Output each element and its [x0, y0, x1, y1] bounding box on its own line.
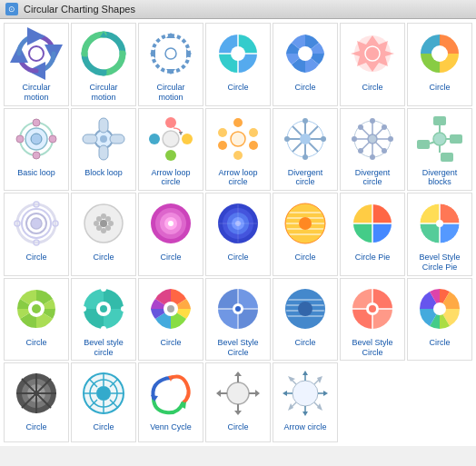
label-circle-6: Circle: [93, 253, 114, 269]
svg-point-37: [163, 131, 179, 147]
svg-point-52: [321, 136, 326, 142]
svg-point-134: [235, 306, 241, 312]
shape-circle-2[interactable]: Circle: [273, 23, 338, 106]
shape-circle-14[interactable]: Circle: [4, 362, 69, 442]
shape-circle-12[interactable]: Circle: [273, 278, 338, 362]
svg-rect-72: [417, 140, 430, 149]
shape-arrow-loop-circle-2[interactable]: Arrow loopcircle: [205, 108, 271, 192]
svg-point-0: [29, 46, 44, 61]
svg-point-36: [149, 134, 160, 144]
svg-point-28: [100, 135, 107, 143]
shape-circle-15[interactable]: Circle: [71, 362, 136, 442]
svg-point-64: [352, 136, 357, 142]
shape-circular-motion-2[interactable]: Circularmotion: [71, 23, 136, 106]
svg-rect-32: [83, 134, 97, 144]
shape-divergent-circle-1[interactable]: Divergentcircle: [273, 108, 338, 192]
label-venn-cycle: Venn Cycle: [150, 422, 192, 439]
shape-circle-6[interactable]: Circle: [71, 193, 136, 276]
shape-arrow-loop-circle-1[interactable]: Arrow loopcircle: [138, 108, 203, 192]
shape-arrow-circle[interactable]: Arrow circle: [273, 362, 338, 442]
svg-point-100: [168, 221, 174, 226]
shape-circle-7[interactable]: Circle: [138, 193, 203, 276]
shape-circle-5[interactable]: Circle: [4, 193, 69, 276]
svg-point-54: [284, 136, 290, 142]
shape-circular-motion-1[interactable]: Circularmotion: [4, 23, 69, 106]
svg-point-35: [165, 150, 176, 161]
svg-marker-183: [323, 391, 328, 396]
label-circle-2: Circle: [294, 83, 315, 99]
svg-marker-193: [288, 403, 293, 411]
label-circle-7: Circle: [160, 253, 181, 269]
title-bar: ⊙ Circular Charting Shapes: [0, 0, 476, 19]
svg-rect-71: [441, 153, 453, 162]
shapes-grid: Circularmotion Circularmotion: [0, 19, 476, 446]
svg-point-39: [249, 128, 258, 137]
svg-point-43: [218, 128, 227, 137]
svg-point-67: [358, 148, 363, 154]
shape-circle-9[interactable]: Circle: [273, 193, 338, 276]
svg-point-34: [182, 134, 193, 144]
shape-bevel-style-circle[interactable]: Bevel stylecircle: [71, 278, 136, 362]
svg-marker-174: [255, 390, 260, 397]
label-circle-14: Circle: [25, 422, 46, 439]
label-arrow-circle: Arrow circle: [283, 422, 326, 439]
shape-circle-pie[interactable]: Circle Pie: [340, 193, 405, 276]
svg-point-41: [233, 151, 243, 160]
svg-rect-70: [450, 134, 462, 144]
shape-circle-8[interactable]: Circle: [205, 193, 271, 276]
label-bevel-style-circle: Bevel stylecircle: [84, 338, 124, 358]
label-bevel-style-circle-3: Bevel StyleCircle: [352, 338, 392, 358]
shape-divergent-blocks[interactable]: Divergentblocks: [407, 108, 472, 192]
label-circular-motion-2: Circularmotion: [89, 83, 117, 103]
shape-bevel-style-circle-2[interactable]: Bevel StyleCircle: [205, 278, 271, 362]
svg-marker-189: [317, 376, 322, 383]
svg-point-121: [32, 304, 41, 313]
svg-point-16: [298, 46, 312, 61]
svg-point-93: [96, 225, 102, 231]
svg-point-63: [370, 154, 375, 160]
svg-point-19: [431, 45, 448, 62]
svg-point-116: [299, 217, 312, 230]
svg-point-129: [167, 305, 174, 312]
shape-bevel-style-circle-pie[interactable]: Bevel StyleCircle Pie: [407, 193, 472, 276]
label-circle-4: Circle: [429, 83, 450, 99]
svg-point-22: [31, 134, 42, 144]
label-divergent-circle-2: Divergentcircle: [355, 168, 391, 188]
label-arrow-loop-circle-1: Arrow loopcircle: [151, 168, 190, 188]
shape-circle-16[interactable]: Circle: [205, 362, 271, 442]
svg-point-42: [218, 141, 227, 150]
label-circle-3: Circle: [362, 83, 382, 99]
svg-marker-187: [283, 391, 287, 396]
svg-point-81: [31, 218, 42, 229]
label-circular-motion-1: Circularmotion: [22, 83, 50, 103]
svg-rect-29: [99, 118, 108, 133]
svg-point-145: [369, 305, 376, 312]
shape-circle-10[interactable]: Circle: [4, 278, 69, 362]
svg-point-53: [302, 154, 308, 160]
shape-venn-cycle[interactable]: Venn Cycle: [138, 362, 203, 442]
shape-circle-11[interactable]: Circle: [138, 278, 203, 362]
svg-point-123: [121, 306, 126, 312]
shape-circle-13[interactable]: Circle: [407, 278, 472, 362]
shape-circle-4[interactable]: Circle: [407, 23, 472, 106]
shape-bevel-style-circle-3[interactable]: Bevel StyleCircle: [340, 278, 405, 362]
svg-point-50: [300, 134, 311, 144]
svg-point-146: [433, 302, 446, 315]
svg-point-5: [97, 47, 110, 60]
shape-circular-motion-3[interactable]: Circularmotion: [138, 23, 203, 106]
svg-point-66: [382, 148, 387, 154]
svg-point-95: [100, 220, 107, 227]
shape-block-loop[interactable]: Block loop: [71, 108, 136, 192]
shape-basic-loop[interactable]: Basic loop: [4, 108, 69, 192]
shape-circle-3[interactable]: Circle: [340, 23, 405, 106]
label-circle-13: Circle: [429, 338, 450, 354]
shape-divergent-circle-2[interactable]: Divergentcircle: [340, 108, 405, 192]
svg-point-87: [96, 216, 102, 222]
svg-rect-69: [433, 116, 446, 125]
svg-point-38: [233, 118, 243, 127]
svg-point-124: [101, 326, 106, 332]
svg-point-89: [105, 216, 111, 222]
label-basic-loop: Basic loop: [17, 168, 55, 184]
shape-circle-1[interactable]: Circle: [205, 23, 271, 106]
label-arrow-loop-circle-2: Arrow loopcircle: [218, 168, 257, 188]
